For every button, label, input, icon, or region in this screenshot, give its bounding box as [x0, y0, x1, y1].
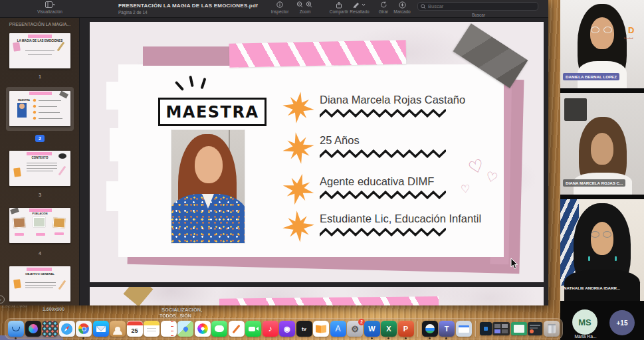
- background-tv: [564, 98, 587, 121]
- view-menu-button[interactable]: Visualización: [20, 1, 80, 14]
- participant-name-badge: DANIELA BERNAL LOPEZ: [563, 73, 619, 80]
- page-thumbnail-4[interactable]: POBLACIÓN: [9, 208, 70, 243]
- desktop-screen: 1.920x1.080 1.600x900 SOCIALIZACIÓN, TOD…: [0, 0, 644, 340]
- mouse-cursor: [510, 258, 518, 270]
- calendar-icon[interactable]: 25: [127, 321, 143, 337]
- photos-icon[interactable]: [195, 321, 211, 337]
- earring: [615, 256, 617, 261]
- circle-arrow-icon: ›: [0, 296, 5, 303]
- zoom-app-icon[interactable]: [422, 321, 438, 337]
- page-status: Página 2 de 14: [118, 10, 148, 15]
- page-number-3: 3: [0, 192, 80, 198]
- markup-button[interactable]: Marcado: [387, 1, 417, 14]
- search-field[interactable]: [417, 2, 538, 11]
- reminders-icon[interactable]: [161, 321, 177, 337]
- excel-icon[interactable]: X: [381, 321, 397, 337]
- mauve-accent-rect: [143, 46, 235, 66]
- pdf-page-3-edge: [90, 287, 544, 305]
- participant-face: [590, 17, 614, 49]
- search-input[interactable]: [428, 3, 535, 9]
- minimized-presentation-window[interactable]: [528, 322, 542, 335]
- bullet-row: 25 Años: [282, 131, 535, 169]
- bullet-text: Estudiante Lic, Educación Infantil: [320, 212, 481, 225]
- photo-face: [195, 146, 223, 183]
- background-text-line2: TODOS...SIÓN: [160, 313, 191, 318]
- system-settings-icon[interactable]: ⚙2: [347, 321, 363, 337]
- star-bullet-icon: [280, 129, 317, 167]
- search-icon: [421, 4, 426, 9]
- page-thumbnail-1[interactable]: LA MAGIA DE LAS EMOCIONES: [9, 33, 70, 68]
- participant-face: [591, 222, 613, 255]
- participant-video-2[interactable]: DIANA MARCELA ROJAS C...: [560, 93, 644, 195]
- search-toolbar-label: Buscar: [459, 13, 498, 17]
- page-thumbnail-3[interactable]: CONTEXTO: [9, 151, 70, 186]
- document-title: PRESENTACIÓN LA MAGIA DE LAS EMOCIONES.p…: [118, 3, 258, 9]
- contacts-icon[interactable]: [110, 321, 126, 337]
- powerpoint-icon[interactable]: P: [398, 321, 414, 337]
- apple-tv-icon[interactable]: tv: [296, 321, 312, 337]
- finder-icon[interactable]: [8, 321, 24, 337]
- participant-video-1[interactable]: D Facultad DANIELA BERNAL LOPEZ: [560, 0, 644, 88]
- page-number-4: 4: [0, 250, 80, 256]
- screen-preview-icon[interactable]: [456, 321, 472, 337]
- page-thumbnail-5[interactable]: OBJETIVO GENERAL: [9, 266, 70, 301]
- participant-face: [591, 133, 613, 165]
- sidebar-view-icon: [20, 1, 80, 9]
- pink-washi-tape: [219, 296, 439, 305]
- earring: [588, 256, 590, 261]
- teams-icon[interactable]: T: [439, 321, 455, 337]
- overflow-participants-button[interactable]: +15: [609, 310, 635, 335]
- messages-icon[interactable]: [211, 321, 227, 337]
- bullet-text: Agente educativa DIMF: [320, 175, 434, 188]
- mail-icon[interactable]: [93, 321, 109, 337]
- minimized-excel-window[interactable]: [511, 322, 527, 335]
- video-call-panel: D Facultad DANIELA BERNAL LOPEZ DIANA MA…: [560, 0, 644, 340]
- glasses-icon: [603, 27, 612, 33]
- siri-icon[interactable]: [25, 321, 41, 337]
- glasses-icon: [591, 27, 599, 33]
- books-icon[interactable]: [313, 321, 329, 337]
- safari-icon[interactable]: [59, 321, 75, 337]
- zigzag-underline: [320, 149, 446, 158]
- chrome-icon[interactable]: [76, 321, 92, 337]
- markup-pen-icon: [387, 1, 417, 9]
- zoom-buttons[interactable]: Zoom: [291, 1, 319, 14]
- wallpaper-resolution-label-right: 1.600x900: [43, 307, 64, 311]
- zigzag-underline: [320, 109, 446, 118]
- zoom-in-out-icons: [291, 1, 319, 9]
- bullet-text: 25 Años: [320, 134, 360, 147]
- glasses-icon: [603, 231, 611, 238]
- launchpad-icon[interactable]: [42, 321, 58, 337]
- trash-icon[interactable]: [544, 321, 560, 337]
- participant-name-text: NATHALIE ANDREA IBARR...: [564, 286, 620, 290]
- dock-divider: [417, 321, 418, 337]
- dock-divider: [475, 321, 476, 337]
- preview-window: Visualización PRESENTACIÓN LA MAGIA DE L…: [0, 0, 548, 305]
- participant-video-3[interactable]: Coo Fac NATHALIE ANDREA IBARR...: [560, 199, 644, 301]
- word-icon[interactable]: W: [364, 321, 380, 337]
- star-bullet-icon: [280, 89, 316, 126]
- page-thumbnail-2[interactable]: MAESTRA: [9, 91, 70, 126]
- thumbnail-sidebar: PRESENTACIÓN LA MAGIA... LA MAGIA DE LAS…: [0, 18, 80, 305]
- background-text-line1: SOCIALIZACIÓN,: [161, 307, 202, 313]
- dock: 25 ♪ ◉ tv A ⚙2 W X P T: [5, 318, 563, 339]
- bullet-text: Diana Marcela Rojas Castaño: [320, 94, 465, 106]
- bullet-row: Estudiante Lic, Educación Infantil: [282, 210, 535, 247]
- minimized-meeting-window[interactable]: [492, 322, 510, 335]
- star-bullet-icon: [281, 209, 316, 245]
- pages-icon[interactable]: [229, 321, 245, 337]
- podcasts-icon[interactable]: ◉: [279, 321, 295, 337]
- pdf-page-2: MAESTRA Diana Marcela Rojas Castaño: [90, 22, 544, 282]
- preview-toolbar: Visualización PRESENTACIÓN LA MAGIA DE L…: [0, 0, 548, 18]
- zigzag-underline: [320, 191, 446, 199]
- app-store-icon[interactable]: A: [330, 321, 346, 337]
- notes-icon[interactable]: [144, 321, 160, 337]
- participant-avatar[interactable]: MS: [572, 309, 597, 335]
- teacher-photo: [171, 130, 245, 243]
- maps-icon[interactable]: [177, 321, 193, 337]
- music-icon[interactable]: ♪: [263, 321, 278, 337]
- minimized-window-1[interactable]: [480, 322, 492, 335]
- page-number-2: 2: [35, 135, 45, 142]
- facetime-icon[interactable]: [245, 321, 261, 337]
- bullet-row: Diana Marcela Rojas Castaño: [282, 91, 535, 128]
